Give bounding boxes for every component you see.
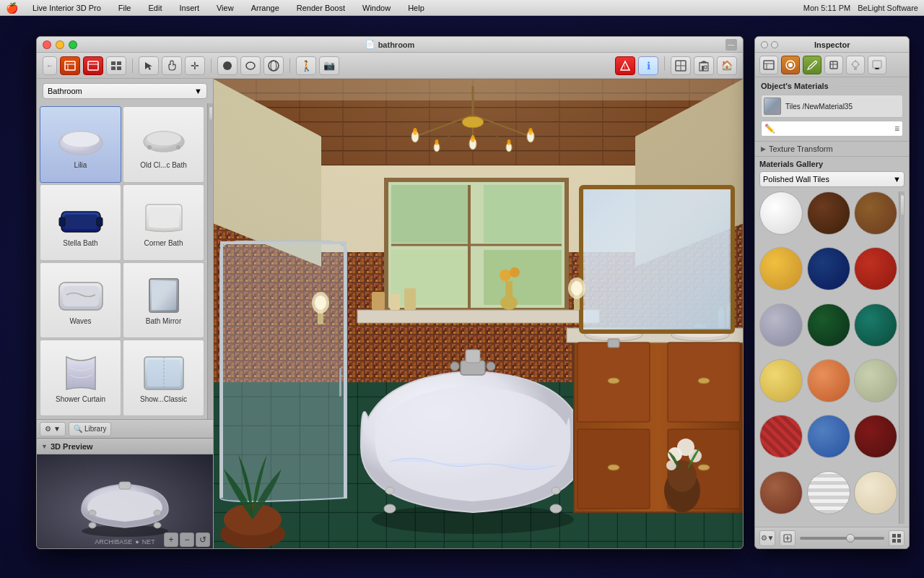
search-label: Library [84,425,107,433]
apple-menu[interactable]: 🍎 [6,2,18,14]
building-btn[interactable] [694,56,714,75]
svg-marker-9 [145,62,152,70]
list-item[interactable]: Lilia [40,106,121,183]
list-item[interactable]: Bath Mirror [123,262,204,339]
list-item[interactable]: Shower Curtain [40,340,121,416]
gallery-view-btn[interactable] [889,530,905,546]
swatch-dark-red[interactable] [854,415,897,458]
menu-file[interactable]: File [116,4,134,12]
svg-point-10 [223,61,232,70]
minimize-button[interactable] [56,40,64,49]
menu-help[interactable]: Help [405,4,427,12]
inspector-titlebar: Inspector [755,37,909,53]
list-item[interactable]: Waves [40,262,121,339]
tab-render[interactable] [868,56,886,74]
swatch-cream[interactable] [854,471,897,514]
zoom-out-btn[interactable]: − [180,532,194,547]
obj-tool[interactable] [263,56,284,75]
tab-light[interactable] [846,56,865,74]
swatch-light-yellow[interactable] [759,359,803,402]
swatch-brown[interactable] [759,471,803,514]
maximize-button[interactable] [69,40,77,49]
alert-btn[interactable]: ! [615,56,635,75]
window-collapse[interactable]: — [725,39,737,51]
menu-window[interactable]: Window [359,4,393,12]
swatch-teal[interactable] [854,303,897,347]
preview-header[interactable]: ▼ 3D Preview [37,439,213,454]
material-search-input[interactable] [778,123,892,134]
menu-edit[interactable]: Edit [146,4,165,12]
list-item[interactable]: Show...Classic [123,340,204,416]
menu-arrange[interactable]: Arrange [248,4,282,12]
list-item[interactable]: Stella Bath [40,184,121,261]
rect-tool[interactable] [240,56,261,75]
circle-tool[interactable] [217,56,237,75]
swatch-yellow[interactable] [759,247,803,290]
inspector-close[interactable] [761,41,768,48]
gallery-dropdown-arrow-icon: ▼ [893,175,901,184]
back-button[interactable]: ← [43,56,57,75]
zoom-in-btn[interactable]: + [164,532,178,547]
swatch-medium-wood[interactable] [854,191,897,235]
select-tool[interactable] [139,56,159,75]
swatch-red-orange[interactable] [854,247,897,290]
house-btn[interactable]: 🏠 [717,56,737,75]
swatch-dark-green[interactable] [807,303,850,347]
gallery-dropdown[interactable]: Polished Wall Tiles ▼ [759,171,905,187]
info-btn[interactable]: ℹ [638,56,658,75]
camera-tool[interactable]: 📷 [319,56,339,75]
floorplan-btn[interactable] [671,56,691,75]
item-label: Old Cl...c Bath [140,161,186,169]
swatch-red-tile[interactable] [759,415,803,458]
close-button[interactable] [43,40,51,49]
tab-edit[interactable] [803,56,821,74]
scene-view[interactable] [214,79,743,549]
swatch-grid[interactable] [807,471,850,514]
menu-insert[interactable]: Insert [176,4,202,12]
list-item[interactable]: Corner Bath [123,184,204,261]
swatch-light-gray[interactable] [759,303,803,347]
swatch-dark-wood[interactable] [807,191,850,235]
menu-app[interactable]: Live Interior 3D Pro [30,4,104,12]
library-search-btn[interactable]: 🔍 Library [69,422,112,436]
texture-transform-section[interactable]: ▶ Texture Transform [755,142,909,157]
materials-section: Object's Materials Tiles /NewMaterial35 … [755,77,909,142]
category-dropdown[interactable]: Bathroom ▼ [43,83,207,99]
swatch-dark-blue[interactable] [807,247,850,290]
window-controls [43,40,77,49]
zoom-reset-btn[interactable]: ↺ [196,532,210,547]
texture-transform-header: ▶ Texture Transform [761,144,903,153]
svg-point-144 [571,281,583,296]
svg-point-111 [450,362,459,371]
menu-view[interactable]: View [214,4,237,12]
swatch-orange[interactable] [807,359,850,402]
swatch-sage[interactable] [854,359,897,402]
search-icon: 🔍 [74,425,82,433]
material-search-bar[interactable]: ✏️ ≡ [761,121,903,137]
tab-library[interactable] [759,56,778,74]
walk-tool[interactable]: 🚶 [296,56,316,75]
list-item[interactable]: Old Cl...c Bath [123,106,204,183]
slider-thumb[interactable] [846,534,855,543]
material-item[interactable]: Tiles /NewMaterial35 [761,95,903,118]
gallery-add-btn[interactable] [780,530,796,546]
swatch-blue-tile[interactable] [807,415,850,458]
svg-point-112 [487,362,495,371]
menu-render[interactable]: Render Boost [294,4,348,12]
crosshair-tool[interactable]: ✛ [185,56,205,75]
category-label: Bathroom [48,87,82,95]
settings-panel-btn[interactable]: ⚙▼ [40,422,66,436]
library-icon-btn[interactable] [60,56,80,75]
svg-rect-116 [339,368,341,397]
favorites-btn[interactable] [83,56,103,75]
menu-dots-icon[interactable]: ≡ [894,124,899,134]
gallery-size-slider[interactable] [800,537,884,540]
item-label: Show...Classic [140,395,187,403]
tab-object[interactable] [824,56,843,74]
hand-tool[interactable] [162,56,182,75]
grid-btn[interactable] [106,56,126,75]
swatch-white[interactable] [759,191,803,235]
tab-materials[interactable] [781,56,800,74]
gallery-settings-btn[interactable]: ⚙▼ [759,530,775,546]
inspector-min[interactable] [771,41,778,48]
